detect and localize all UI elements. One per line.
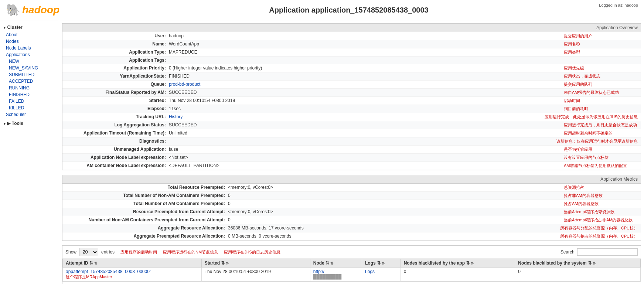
value-type: MAPREDUCE — [169, 50, 558, 55]
logo: 🐘 hadoop — [6, 3, 59, 17]
metrics-row-am: Total Number of AM Containers Preempted:… — [62, 200, 641, 208]
note-total-preempted: 总资源抢占 — [564, 185, 638, 190]
col-header-node[interactable]: Node ⇅ — [310, 259, 362, 268]
app-overview-table: User: hadoop 提交应用的用户 Name: WordCountApp … — [62, 32, 641, 170]
main-layout: Cluster About Nodes Node Labels Applicat… — [0, 20, 644, 284]
pagination-last[interactable]: Last — [629, 283, 638, 284]
entries-label: entries — [101, 249, 115, 255]
logs-link[interactable]: Logs — [365, 269, 375, 274]
info-row-tracking: Tracking URL: History 应用运行完成，此处显示为该应用在JH… — [62, 113, 641, 121]
note-queue: 提交应用的队列 — [564, 82, 638, 87]
info-row-finalstatus: FinalStatus Reported by AM: SUCCEEDED 来自… — [62, 89, 641, 97]
col-header-attempt-id[interactable]: Attempt ID ⇅ — [63, 259, 202, 268]
sidebar-item-nodes[interactable]: Nodes — [0, 38, 59, 45]
note-agg-preempted: 所有容器与抢占的总资源（内存、CPU核） — [560, 234, 638, 239]
sidebar-item-failed[interactable]: FAILED — [0, 98, 59, 105]
info-row-amnodelabel: AM container Node Label expression: <DEF… — [62, 162, 641, 170]
sidebar-item-applications[interactable]: Applications — [0, 51, 59, 58]
attempt-sub-label: 这个程序是MRAppMaster — [66, 275, 112, 279]
sidebar-item-running[interactable]: RUNNING — [0, 85, 59, 91]
app-overview-header: Application Overview — [62, 24, 641, 32]
node-link[interactable]: http://█████████ — [313, 269, 342, 279]
sidebar-cluster-header[interactable]: Cluster — [0, 23, 59, 31]
sidebar: Cluster About Nodes Node Labels Applicat… — [0, 20, 59, 284]
sidebar-tools-header[interactable]: ▶ Tools — [0, 119, 59, 127]
show-entries-select[interactable]: 20 10 50 100 — [79, 248, 98, 256]
note-state: 应用状态，完成状态 — [564, 74, 638, 79]
cell-attempt-id: appattempt_1574852085438_0003_000001 这个程… — [63, 268, 202, 282]
value-am: 0 — [228, 201, 558, 207]
metrics-row-total-preempted: Total Resource Preempted: <memory:0, vCo… — [62, 184, 641, 192]
metrics-row-agg: Aggregate Resource Allocation: 36036 MB-… — [62, 224, 641, 232]
label-tracking: Tracking URL: — [65, 114, 169, 120]
label-nonam: Total Number of Non-AM Containers Preemp… — [65, 193, 228, 198]
table-row: appattempt_1574852085438_0003_000001 这个程… — [63, 268, 641, 282]
label-cur-nonam: Number of Non-AM Containers Preempted fr… — [65, 217, 228, 223]
attempt-id-link[interactable]: appattempt_1574852085438_0003_000001 — [66, 269, 152, 274]
label-timeout: Application Timeout (Remaining Time): — [65, 130, 169, 136]
note-unmanaged: 是否为托管应用 — [564, 147, 638, 152]
value-diagnostics — [169, 139, 551, 144]
col-header-started[interactable]: Started ⇅ — [201, 259, 310, 268]
label-elapsed: Elapsed: — [65, 106, 169, 112]
label-diagnostics: Diagnostics: — [65, 139, 169, 144]
value-priority: 0 (Higher integer value indicates higher… — [169, 65, 558, 71]
sidebar-tools-section: ▶ Tools — [0, 119, 59, 127]
sidebar-item-new-saving[interactable]: NEW_SAVING — [0, 65, 59, 71]
cell-blacklisted-sys: 0 — [515, 268, 641, 282]
value-name: WordCountApp — [169, 41, 558, 47]
value-tracking[interactable]: History — [169, 114, 539, 120]
sidebar-item-scheduler[interactable]: Scheduler — [0, 111, 59, 118]
info-row-nodelabel: Application Node Label expression: <Not … — [62, 154, 641, 162]
col-jhs-label: 应用程序在JHS的日志历史信息 — [224, 249, 280, 255]
note-diagnostics: 该新信息：仅在应用运行时才会显示该新信息 — [556, 139, 638, 144]
label-type: Application Type: — [65, 50, 169, 55]
pagination-previous[interactable]: Previous — [597, 283, 615, 284]
app-metrics-table: Total Resource Preempted: <memory:0, vCo… — [62, 184, 641, 241]
user-info: Logged in as: hadoop — [599, 3, 638, 7]
value-unmanaged: false — [169, 147, 558, 152]
col-header-logs[interactable]: Logs ⇅ — [362, 259, 401, 268]
col-header-blacklisted-app[interactable]: Nodes blacklisted by the app ⇅ — [401, 259, 515, 268]
note-am: 抢占AM的容器总数 — [564, 201, 638, 207]
note-type: 应用类型 — [564, 50, 638, 55]
info-row-diagnostics: Diagnostics: 该新信息：仅在应用运行时才会显示该新信息 — [62, 137, 641, 146]
metrics-row-agg-preempted: Aggregate Preempted Resource Allocation:… — [62, 232, 641, 241]
cell-started: Thu Nov 28 00:10:54 +0800 2019 — [201, 268, 310, 282]
label-amnodelabel: AM container Node Label expression: — [65, 163, 169, 168]
page-header: 🐘 hadoop Application application_1574852… — [0, 0, 644, 20]
info-row-unmanaged: Unmanaged Application: false 是否为托管应用 — [62, 146, 641, 154]
sidebar-item-about[interactable]: About — [0, 31, 59, 38]
info-row-state: YarnApplicationState: FINISHED 应用状态，完成状态 — [62, 72, 641, 81]
search-input[interactable] — [577, 248, 638, 256]
metrics-row-cur-nonam: Number of Non-AM Containers Preempted fr… — [62, 216, 641, 224]
pagination-first[interactable]: First — [586, 283, 595, 284]
label-tags: Application Tags: — [65, 58, 169, 63]
note-user: 提交应用的用户 — [564, 33, 638, 39]
label-priority: Application Priority: — [65, 65, 169, 71]
sidebar-item-submitted[interactable]: SUBMITTED — [0, 71, 59, 78]
info-row-timeout: Application Timeout (Remaining Time): Un… — [62, 129, 641, 137]
value-tags — [169, 58, 558, 63]
note-elapsed: 到目前的耗时 — [564, 106, 638, 112]
value-queue[interactable]: prod-bd-product — [169, 82, 558, 87]
info-row-type: Application Type: MAPREDUCE 应用类型 — [62, 48, 641, 57]
logo-text: hadoop — [22, 4, 59, 16]
sidebar-item-finished[interactable]: FINISHED — [0, 91, 59, 98]
label-queue: Queue: — [65, 82, 169, 87]
note-cur-nonam: 当前Attempt程序抢占非AM的容器总数 — [564, 217, 638, 223]
label-cur-preempted: Resource Preempted from Current Attempt: — [65, 209, 228, 215]
sidebar-item-killed[interactable]: KILLED — [0, 105, 59, 111]
col-header-blacklisted-sys[interactable]: Nodes blacklisted by the system ⇅ — [515, 259, 641, 268]
sidebar-item-accepted[interactable]: ACCEPTED — [0, 78, 59, 85]
note-agg: 所有容器与分配的总资源（内存、CPU核） — [560, 225, 638, 231]
sidebar-item-nodelabels[interactable]: Node Labels — [0, 45, 59, 51]
info-row-priority: Application Priority: 0 (Higher integer … — [62, 64, 641, 72]
pagination-next[interactable]: Next — [617, 283, 627, 284]
note-nodelabel: 没有设置应用的节点标签 — [564, 155, 638, 160]
info-row-logagg: Log Aggregation Status: SUCCEEDED 应用运行完成… — [62, 121, 641, 129]
sidebar-item-new[interactable]: NEW — [0, 58, 59, 65]
note-logagg: 应用运行完成后，则日志聚合状态是成功 — [564, 122, 638, 128]
datatable-controls: Show 20 10 50 100 entries 应用程序的启动时间 应用程序… — [62, 246, 641, 259]
value-user: hadoop — [169, 33, 558, 39]
